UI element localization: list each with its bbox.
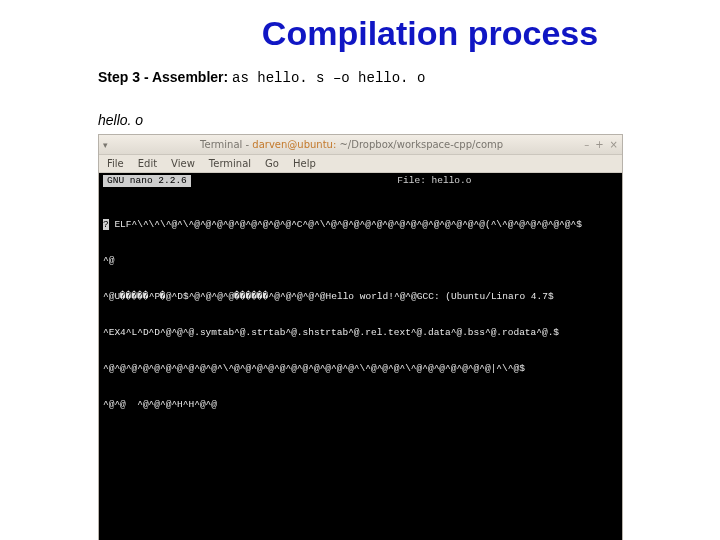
menu-edit[interactable]: Edit xyxy=(138,158,157,169)
content-line: ^EX4^L^D^D^@^@^@.symtab^@.strtab^@.shstr… xyxy=(103,327,618,339)
blank-area xyxy=(103,435,618,540)
content-line: ^@^@ ^@^@^@^H^H^@^@ xyxy=(103,399,618,411)
title-user: darven@ubuntu: xyxy=(252,139,336,150)
menu-bar: File Edit View Terminal Go Help xyxy=(99,155,622,173)
nano-file-label: File: hello.o xyxy=(397,175,471,187)
title-prefix: Terminal - xyxy=(200,139,252,150)
chevron-down-icon[interactable]: ▾ xyxy=(103,140,113,150)
maximize-icon[interactable]: + xyxy=(595,139,603,150)
step-line: Step 3 - Assembler: as hello. s –o hello… xyxy=(98,69,720,86)
menu-help[interactable]: Help xyxy=(293,158,316,169)
window-titlebar[interactable]: ▾ Terminal - darven@ubuntu: ~/Dropbox/wo… xyxy=(99,135,622,155)
window-title: Terminal - darven@ubuntu: ~/Dropbox/work… xyxy=(119,139,584,150)
step-label: Step 3 - Assembler: xyxy=(98,69,228,85)
minimize-icon[interactable]: – xyxy=(584,139,589,150)
terminal-window: ▾ Terminal - darven@ubuntu: ~/Dropbox/wo… xyxy=(98,134,623,540)
step-command: as hello. s –o hello. o xyxy=(232,70,425,86)
window-buttons: – + × xyxy=(584,139,618,150)
menu-terminal[interactable]: Terminal xyxy=(209,158,251,169)
file-label: hello. o xyxy=(98,112,720,128)
nano-header: GNU nano 2.2.6 File: hello.o xyxy=(103,175,618,187)
terminal-body[interactable]: GNU nano 2.2.6 File: hello.o ? ELF^\^\^\… xyxy=(99,173,622,540)
close-icon[interactable]: × xyxy=(610,139,618,150)
file-content: ? ELF^\^\^\^@^\^@^@^@^@^@^@^@^@^@^C^@^\^… xyxy=(103,195,618,435)
content-line: ^@ xyxy=(103,255,618,267)
slide-title: Compilation process xyxy=(140,14,720,53)
nano-version: GNU nano 2.2.6 xyxy=(103,175,191,187)
slide: Compilation process Step 3 - Assembler: … xyxy=(0,0,720,540)
content-line: ELF^\^\^\^@^\^@^@^@^@^@^@^@^@^@^C^@^\^@^… xyxy=(109,219,582,230)
content-line: ^@^@^@^@^@^@^@^@^@^@^\^@^@^@^@^@^@^@^@^@… xyxy=(103,363,618,375)
menu-go[interactable]: Go xyxy=(265,158,279,169)
title-path: ~/Dropbox/workspace-cpp/comp xyxy=(336,139,503,150)
menu-view[interactable]: View xyxy=(171,158,195,169)
content-line: ^@U�����^P�@^D$^@^@^@^@������^@^@^@^@^@H… xyxy=(103,291,618,303)
menu-file[interactable]: File xyxy=(107,158,124,169)
